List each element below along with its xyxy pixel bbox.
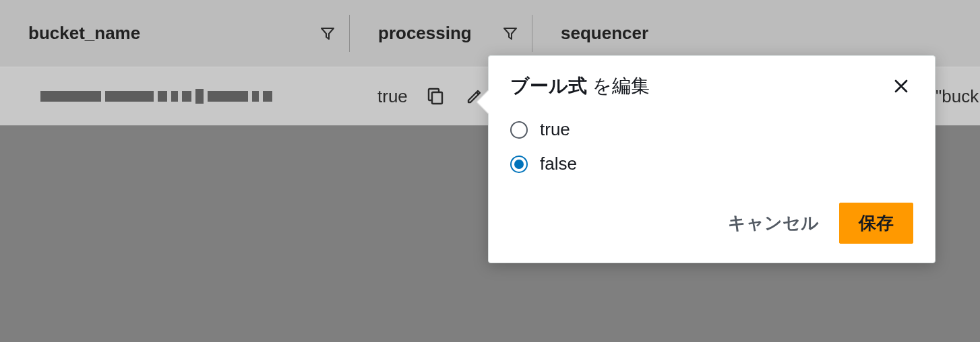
column-header-label: processing bbox=[378, 23, 502, 44]
radio-label: false bbox=[540, 153, 577, 174]
radio-indicator bbox=[510, 156, 528, 173]
popover-body: true false bbox=[489, 108, 935, 188]
column-header-bucket-name[interactable]: bucket_name bbox=[0, 0, 349, 67]
svg-rect-1 bbox=[432, 92, 442, 104]
filter-icon[interactable] bbox=[502, 26, 518, 42]
copy-icon[interactable] bbox=[424, 85, 447, 108]
redacted-text bbox=[40, 89, 272, 104]
radio-label: true bbox=[540, 119, 570, 140]
popover-title-bold: ブール式 bbox=[510, 73, 587, 99]
cancel-button[interactable]: キャンセル bbox=[723, 205, 824, 242]
filter-icon[interactable] bbox=[319, 26, 336, 42]
cell-sequencer-preview: "buck bbox=[936, 67, 980, 126]
cell-bucket-name bbox=[0, 67, 349, 125]
popover-header: ブール式 を編集 bbox=[489, 56, 935, 108]
column-header-label: sequencer bbox=[561, 23, 967, 44]
edit-boolean-popover: ブール式 を編集 true false キャンセル 保存 bbox=[488, 55, 936, 263]
cell-value: "buck bbox=[936, 86, 979, 107]
popover-footer: キャンセル 保存 bbox=[489, 188, 935, 263]
radio-option-false[interactable]: false bbox=[510, 147, 913, 181]
popover-title-rest: を編集 bbox=[592, 73, 650, 99]
column-header-label: bucket_name bbox=[28, 23, 319, 44]
save-button[interactable]: 保存 bbox=[839, 203, 913, 244]
radio-option-true[interactable]: true bbox=[510, 112, 913, 147]
radio-indicator bbox=[510, 121, 528, 139]
close-icon[interactable] bbox=[889, 74, 913, 98]
cell-value: true bbox=[377, 86, 408, 107]
popover-title: ブール式 を編集 bbox=[510, 73, 889, 99]
